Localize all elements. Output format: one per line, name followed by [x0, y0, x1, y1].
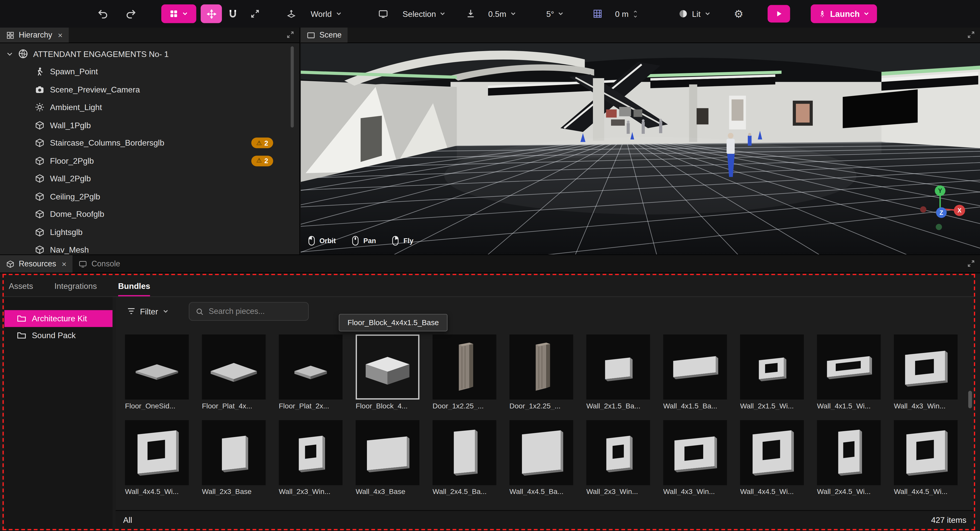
tree-item[interactable]: Dome_Roofglb [0, 205, 299, 223]
play-button[interactable] [768, 5, 790, 23]
bundle-item[interactable]: Wall_4x4.5_Wi... [740, 420, 804, 495]
move-snap-dropdown[interactable]: 0.5m [488, 4, 516, 23]
vertical-snap-button[interactable] [466, 4, 476, 23]
expand-bottom-panel-button[interactable] [967, 260, 975, 268]
tree-item[interactable]: Nav_Mesh [0, 241, 299, 255]
grid-toggle-button[interactable] [593, 4, 603, 23]
view-layout-button[interactable] [161, 4, 196, 23]
wall-2x3-win-shape [586, 420, 650, 485]
subtab-integrations[interactable]: Integrations [54, 281, 97, 297]
bundle-item[interactable]: Wall_4x4.5_Wi... [894, 420, 958, 495]
subtab-assets[interactable]: Assets [9, 281, 33, 297]
bundle-item-label: Wall_4x3_Win... [663, 485, 727, 495]
bundle-item[interactable]: Wall_2x1.5_Ba... [586, 335, 650, 410]
world-dropdown[interactable]: World [311, 4, 342, 23]
expand-selection-button[interactable] [250, 4, 260, 23]
close-icon[interactable]: × [62, 259, 67, 269]
tree-item[interactable]: Ceiling_2Pglb [0, 188, 299, 205]
hint-fly-label: Fly [403, 237, 414, 244]
bundle-item[interactable]: Wall_4x4.5_Wi... [125, 420, 189, 495]
bundle-item[interactable]: Floor_Plat_2x... [279, 335, 343, 410]
transform-space-button[interactable] [286, 4, 296, 23]
bundle-item-thumbnail [894, 420, 958, 485]
settings-button[interactable]: ⚙ [734, 4, 743, 23]
bundle-scrollbar[interactable] [968, 391, 972, 408]
bundle-item[interactable]: Floor_OneSid... [125, 335, 189, 410]
rotate-snap-dropdown[interactable]: 5° [546, 4, 564, 23]
expand-viewport-button[interactable] [967, 31, 975, 39]
tree-item[interactable]: Staircase_Columns_Bordersglb⚠2 [0, 134, 299, 152]
tree-item[interactable]: Floor_2Pglb⚠2 [0, 152, 299, 170]
stepper-arrows[interactable] [633, 9, 638, 18]
camera-icon [35, 85, 45, 94]
redo-button[interactable] [125, 4, 137, 23]
chevron-down-icon[interactable] [6, 51, 13, 57]
scene-tabstrip: Scene [301, 27, 980, 43]
tab-hierarchy[interactable]: Hierarchy × [0, 27, 69, 43]
scene-3d-view[interactable] [301, 43, 980, 254]
wall-2x1.5-shape [586, 335, 650, 400]
bundle-item[interactable]: Floor_Plat_4x... [202, 335, 266, 410]
grid-height-value: 0 m [615, 9, 628, 18]
gizmo-neg-x[interactable] [920, 206, 926, 212]
bundle-item-thumbnail [356, 420, 420, 485]
bundle-item[interactable]: Wall_2x3_Win... [279, 420, 343, 495]
grid-height-stepper[interactable]: 0 m [615, 4, 638, 23]
search-input[interactable] [208, 307, 296, 316]
tree-item[interactable]: Wall_2Pglb [0, 170, 299, 188]
launch-button[interactable]: Launch [811, 4, 877, 23]
bundle-item[interactable]: Floor_Block_4... [356, 335, 420, 410]
bundle-item[interactable]: Wall_4x4.5_Ba... [509, 420, 573, 495]
tree-item[interactable]: Wall_1Pglb [0, 116, 299, 134]
bundle-item[interactable]: Wall_2x4.5_Wi... [817, 420, 881, 495]
search-box[interactable] [189, 302, 309, 321]
tree-item-label: Ambient_Light [50, 103, 102, 112]
filter-button[interactable]: Filter [127, 307, 169, 316]
snap-magnet-button[interactable] [228, 4, 238, 23]
bundle-item[interactable]: Wall_2x4.5_Ba... [433, 420, 496, 495]
view-gizmo[interactable]: Y X Z [913, 183, 967, 234]
items-count: 427 items [931, 515, 966, 525]
wall-4x4.5-win-shape [894, 420, 958, 485]
chevron-down-icon[interactable] [633, 14, 638, 18]
bundle-item-label: Wall_2x3_Win... [279, 485, 343, 495]
bundle-item[interactable]: Wall_4x3_Base [356, 420, 420, 495]
tab-scene[interactable]: Scene [301, 27, 348, 43]
bundle-item[interactable]: Wall_4x1.5_Ba... [663, 335, 727, 410]
close-icon[interactable]: × [58, 30, 62, 40]
bundle-item[interactable]: Wall_4x3_Win... [894, 335, 958, 410]
gizmo-neg-y[interactable] [936, 224, 942, 230]
chevron-up-icon[interactable] [633, 9, 638, 13]
selection-dropdown[interactable]: Selection [402, 4, 446, 23]
hierarchy-scrollbar[interactable] [291, 46, 294, 128]
tab-console[interactable]: Console [73, 255, 126, 273]
tree-item-root[interactable]: ATTENDANT ENGAGEMENTS No- 1 [0, 45, 299, 63]
hierarchy-panel: Hierarchy × ATTENDANT ENGAGEMENTS No- 1S… [0, 27, 300, 255]
category-sound-pack[interactable]: Sound Pack [4, 327, 113, 344]
bundle-item-thumbnail [740, 335, 804, 400]
subtab-bundles[interactable]: Bundles [118, 281, 150, 297]
tree-item[interactable]: Spawn_Point [0, 63, 299, 81]
tree-item[interactable]: Ambient_Light [0, 99, 299, 116]
bundle-item-thumbnail [586, 335, 650, 400]
bundle-item[interactable]: Door_1x2.25_... [433, 335, 496, 410]
bundle-item[interactable]: Wall_2x3_Base [202, 420, 266, 495]
tree-item[interactable]: Lightsglb [0, 223, 299, 241]
move-tool-button[interactable] [201, 4, 222, 23]
bundle-item[interactable]: Wall_2x3_Win... [586, 420, 650, 495]
screen-preview-button[interactable] [378, 4, 388, 23]
tree-item[interactable]: Scene_Preview_Camera [0, 81, 299, 99]
bundle-item[interactable]: Wall_4x3_Win... [663, 420, 727, 495]
undo-button[interactable] [97, 4, 109, 23]
expand-panel-button[interactable] [286, 31, 294, 39]
floor-plate-shape [202, 335, 266, 400]
bundle-item[interactable]: Door_1x2.25_... [509, 335, 573, 410]
bundle-item[interactable]: Wall_2x1.5_Wi... [740, 335, 804, 410]
shading-dropdown[interactable]: Lit [678, 4, 711, 23]
world-icon [18, 49, 28, 59]
light-icon [35, 103, 45, 112]
bundle-item[interactable]: Wall_4x1.5_Wi... [817, 335, 881, 410]
cube-icon [35, 174, 45, 183]
category-architecture-kit[interactable]: Architecture Kit [4, 310, 113, 327]
tab-resources[interactable]: Resources × [0, 255, 73, 273]
